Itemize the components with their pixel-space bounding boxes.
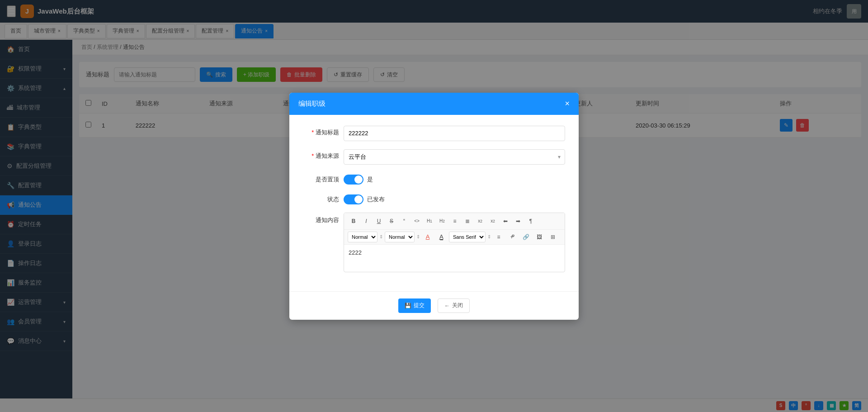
form-row-top: 是否置顶 是 xyxy=(303,173,565,185)
modal-overlay: 编辑职级 × 通知标题 通知来源 云平台 是否置顶 xyxy=(0,0,868,412)
font-size-select[interactable]: Normal xyxy=(348,232,377,242)
link-button[interactable]: 🔗 xyxy=(520,232,532,242)
italic-button[interactable]: I xyxy=(360,216,372,227)
modal-close-btn[interactable]: ← 关闭 xyxy=(438,298,470,313)
status-toggle-wrapper: 已发布 xyxy=(344,193,385,204)
top-label: 是否置顶 xyxy=(303,173,339,184)
unordered-list-button[interactable]: ≣ xyxy=(462,216,473,227)
edit-modal: 编辑职级 × 通知标题 通知来源 云平台 是否置顶 xyxy=(289,93,579,320)
back-icon: ← xyxy=(444,303,450,309)
editor-content[interactable]: 2222 xyxy=(344,245,565,272)
modal-footer: 💾 提交 ← 关闭 xyxy=(289,291,579,320)
title-input[interactable] xyxy=(344,126,565,141)
status-toggle-label: 已发布 xyxy=(367,195,385,204)
submit-button[interactable]: 💾 提交 xyxy=(398,298,431,313)
bold-button[interactable]: B xyxy=(348,216,359,227)
rich-editor: B I U S “ <> H1 H2 ≡ ≣ x2 x2 ⬅ ➡ xyxy=(344,213,565,272)
editor-text: 2222 xyxy=(349,249,362,256)
source-label: 通知来源 xyxy=(303,149,339,160)
top-toggle-wrapper: 是 xyxy=(344,173,373,185)
source-select-wrapper: 云平台 xyxy=(344,149,565,165)
modal-header: 编辑职级 × xyxy=(289,93,579,115)
top-toggle[interactable] xyxy=(344,175,363,185)
highlight-button[interactable]: A̲ xyxy=(435,232,447,242)
font-color-button[interactable]: A xyxy=(422,232,434,242)
paragraph-button[interactable]: ¶ xyxy=(525,216,537,227)
content-label: 通知内容 xyxy=(303,213,339,224)
form-row-title: 通知标题 xyxy=(303,126,565,141)
indent-left-button[interactable]: ⬅ xyxy=(500,216,511,227)
quote-button[interactable]: “ xyxy=(398,216,410,227)
editor-toolbar-row1: B I U S “ <> H1 H2 ≡ ≣ x2 x2 ⬅ ➡ xyxy=(344,213,565,230)
modal-title: 编辑职级 xyxy=(298,99,326,108)
form-row-status: 状态 已发布 xyxy=(303,193,565,204)
modal-body: 通知标题 通知来源 云平台 是否置顶 是 xyxy=(289,115,579,291)
h2-button[interactable]: H2 xyxy=(436,216,448,227)
editor-toolbar-row2: Normal ⇕ Normal ⇕ A A̲ Sans Serif ⇕ xyxy=(344,230,565,245)
ordered-list-button[interactable]: ≡ xyxy=(449,216,461,227)
form-row-content: 通知内容 B I U S “ <> H1 H2 ≡ ≣ x2 xyxy=(303,213,565,272)
h1-button[interactable]: H1 xyxy=(424,216,435,227)
indent-right-button[interactable]: ➡ xyxy=(512,216,524,227)
title-label: 通知标题 xyxy=(303,126,339,137)
source-select[interactable]: 云平台 xyxy=(344,149,565,165)
subscript-button[interactable]: x2 xyxy=(474,216,486,227)
image-button[interactable]: 🖼 xyxy=(533,232,545,242)
status-label: 状态 xyxy=(303,193,339,204)
align-button[interactable]: ≡ xyxy=(493,232,505,242)
status-toggle[interactable] xyxy=(344,194,363,204)
table-button[interactable]: ⊞ xyxy=(547,232,559,242)
clear-format-button[interactable]: Ᵽ xyxy=(506,232,518,242)
top-toggle-label: 是 xyxy=(367,175,373,184)
strikethrough-button[interactable]: S xyxy=(386,216,397,227)
line-height-select[interactable]: Normal xyxy=(385,232,415,242)
code-button[interactable]: <> xyxy=(411,216,423,227)
superscript-button[interactable]: x2 xyxy=(487,216,499,227)
underline-button[interactable]: U xyxy=(373,216,385,227)
font-family-select[interactable]: Sans Serif xyxy=(449,232,486,242)
save-icon: 💾 xyxy=(405,303,411,309)
form-row-source: 通知来源 云平台 xyxy=(303,149,565,165)
modal-close-button[interactable]: × xyxy=(565,99,570,109)
